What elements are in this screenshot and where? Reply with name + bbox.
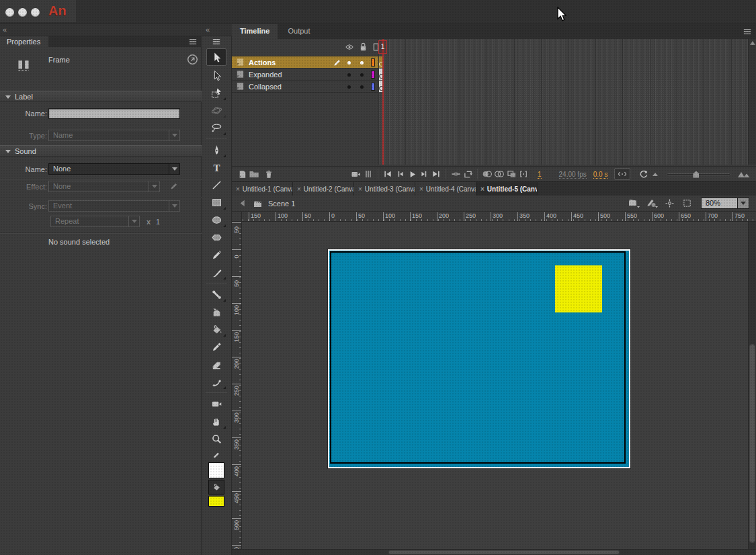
layer-visibility-dot[interactable] <box>347 73 351 77</box>
horizontal-scrollbar[interactable] <box>232 549 756 555</box>
step-back-icon[interactable] <box>394 168 406 180</box>
eyedropper-icon[interactable] <box>206 339 226 355</box>
collapse-tools-icon[interactable]: « <box>206 26 209 34</box>
sound-name-select[interactable]: None <box>48 163 180 175</box>
new-layer-icon[interactable] <box>236 168 248 180</box>
modify-markers-icon[interactable] <box>517 168 530 180</box>
onion-skin-icon[interactable] <box>481 168 493 180</box>
layer-color-swatch[interactable] <box>371 83 375 91</box>
clip-content-icon[interactable] <box>681 198 693 210</box>
eraser-icon[interactable] <box>206 356 226 372</box>
timeline-menu-icon[interactable] <box>743 28 752 36</box>
scene-name[interactable]: Scene 1 <box>268 200 295 208</box>
edit-symbols-icon[interactable] <box>646 198 658 210</box>
layer-name[interactable]: Expanded <box>249 71 282 79</box>
frame-grid[interactable] <box>378 39 748 165</box>
tools-menu-icon[interactable] <box>212 38 221 46</box>
line-icon[interactable] <box>206 177 226 193</box>
section-sound-header[interactable]: Sound <box>0 145 202 157</box>
enlarge-timeline-icon[interactable] <box>736 168 753 180</box>
layer-lock-dot[interactable] <box>360 85 364 89</box>
doc-tab-4[interactable]: ×Untitled-4 (Canvas)* <box>415 182 476 196</box>
zoom-icon[interactable] <box>206 431 226 447</box>
center-frame-icon[interactable] <box>450 168 462 180</box>
close-tab-icon[interactable]: × <box>480 185 485 193</box>
layer-name[interactable]: Actions <box>249 58 276 67</box>
loop-icon[interactable] <box>462 168 474 180</box>
pen-icon[interactable] <box>206 142 226 158</box>
vertical-scrollbar-thumb[interactable] <box>749 344 755 543</box>
polystar-icon[interactable] <box>206 229 226 245</box>
paint-bucket-icon[interactable] <box>206 321 226 337</box>
panel-menu-icon[interactable] <box>188 38 198 46</box>
hand-icon[interactable] <box>206 413 226 429</box>
selection-icon[interactable] <box>206 48 226 66</box>
subselection-icon[interactable] <box>206 67 226 83</box>
camera-icon[interactable] <box>206 396 226 412</box>
eye-icon[interactable] <box>345 43 354 51</box>
timeline-zoom-slider-thumb[interactable] <box>693 171 699 178</box>
minimize-button[interactable] <box>18 8 27 17</box>
layer-row-collapsed[interactable]: Collapsed <box>232 81 378 93</box>
onion-outlines-icon[interactable] <box>493 168 505 180</box>
section-label-header[interactable]: Label <box>0 91 202 102</box>
layer-color-swatch[interactable] <box>371 58 375 67</box>
zoom-button[interactable] <box>31 8 40 17</box>
layer-lock-dot[interactable] <box>360 61 364 65</box>
oval-icon[interactable] <box>206 212 226 228</box>
close-tab-icon[interactable]: × <box>419 185 423 193</box>
close-button[interactable] <box>5 8 14 17</box>
layer-name[interactable]: Collapsed <box>249 83 282 91</box>
rotation-3d-icon[interactable] <box>206 102 226 118</box>
layer-row-actions[interactable]: Actions <box>232 56 378 69</box>
close-tab-icon[interactable]: × <box>358 185 362 193</box>
bone-icon[interactable] <box>206 286 226 302</box>
center-stage-icon[interactable] <box>663 198 675 210</box>
lock-icon[interactable] <box>359 42 368 52</box>
camera-icon[interactable] <box>350 168 362 180</box>
tab-timeline[interactable]: Timeline <box>232 24 278 39</box>
stage[interactable] <box>328 249 630 468</box>
frame-view-icon[interactable] <box>614 168 630 180</box>
close-tab-icon[interactable]: × <box>297 185 301 193</box>
doc-tab-5[interactable]: ×Untitled-5 (Canvas)* <box>476 182 538 196</box>
ink-bottle-icon[interactable] <box>206 304 226 320</box>
panel-flyout-icon[interactable] <box>187 54 198 65</box>
vertical-scrollbar[interactable] <box>748 222 756 549</box>
tab-output[interactable]: Output <box>280 24 319 39</box>
new-folder-icon[interactable] <box>248 168 260 180</box>
go-last-frame-icon[interactable] <box>430 168 442 180</box>
layer-visibility-dot[interactable] <box>347 61 351 65</box>
shrink-timeline-icon[interactable] <box>649 168 661 180</box>
collapse-panel-icon[interactable]: « <box>3 26 6 34</box>
step-forward-icon[interactable] <box>418 168 430 180</box>
reset-timeline-zoom-icon[interactable] <box>637 168 649 180</box>
pencil-icon[interactable] <box>206 247 226 263</box>
timeline-scrollbar[interactable] <box>748 39 756 165</box>
edit-multiple-frames-icon[interactable] <box>505 168 517 180</box>
delete-layer-icon[interactable] <box>263 168 275 180</box>
lasso-icon[interactable] <box>206 120 226 136</box>
rectangle-icon[interactable] <box>206 194 226 210</box>
repeat-count-value[interactable]: 1 <box>156 218 160 226</box>
free-transform-icon[interactable] <box>206 85 226 101</box>
brush-icon[interactable] <box>206 264 226 280</box>
fill-color-swatch[interactable] <box>208 496 224 507</box>
layer-depth-icon[interactable] <box>362 168 374 180</box>
close-tab-icon[interactable]: × <box>236 185 240 193</box>
doc-tab-2[interactable]: ×Untitled-2 (Canvas)* <box>293 182 354 196</box>
doc-tab-3[interactable]: ×Untitled-3 (Canvas)* <box>354 182 415 196</box>
play-icon[interactable] <box>406 168 418 180</box>
doc-tab-1[interactable]: ×Untitled-1 (Canvas)* <box>232 182 293 196</box>
back-icon[interactable] <box>236 198 248 210</box>
timeline-zoom-slider[interactable] <box>667 173 730 175</box>
fill-color-bucket-icon[interactable] <box>208 480 224 495</box>
stroke-color-swatch[interactable] <box>208 462 224 478</box>
tab-properties[interactable]: Properties <box>0 36 48 47</box>
layer-visibility-dot[interactable] <box>347 85 351 89</box>
stage-zoom-select[interactable]: 80% <box>701 198 749 209</box>
layer-lock-dot[interactable] <box>360 73 364 77</box>
playhead[interactable] <box>382 39 384 165</box>
text-icon[interactable]: T <box>206 159 226 175</box>
horizontal-scrollbar-thumb[interactable] <box>388 550 620 554</box>
